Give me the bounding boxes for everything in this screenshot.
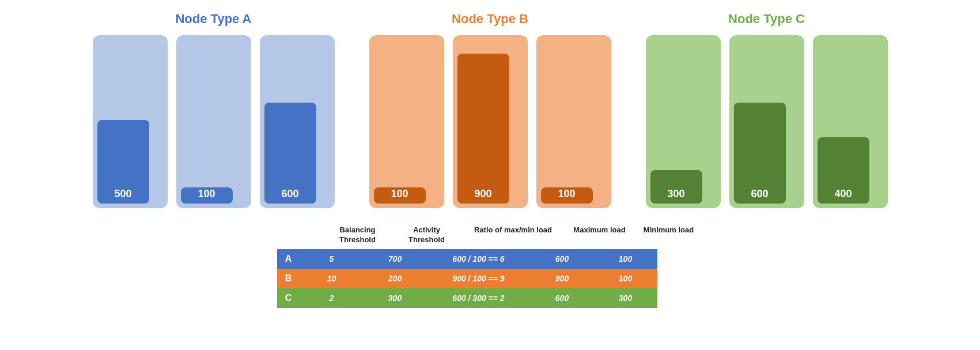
bar-label-blue-0: 500 (114, 188, 131, 200)
C-row-label: C (277, 288, 300, 308)
header-balancing: Balancing Threshold (323, 225, 392, 248)
B-minload-val: 100 (594, 269, 657, 288)
bar-wrapper-blue-2: 600 (260, 35, 335, 208)
bar-inner-blue-0: 500 (97, 120, 149, 204)
B-activity-val: 200 (364, 269, 427, 288)
bar-wrapper-green-1: 600 (729, 35, 804, 208)
B-row-label: B (277, 269, 300, 288)
bar-wrapper-green-0: 300 (646, 35, 721, 208)
bar-label-green-1: 600 (751, 188, 768, 200)
bar-wrapper-orange-2: 100 (536, 35, 611, 208)
table-container: Balancing ThresholdActivity ThresholdRat… (277, 225, 703, 308)
bar-outer-blue-2: 600 (260, 35, 335, 208)
A-minload-val: 100 (594, 249, 657, 269)
bar-label-orange-0: 100 (391, 188, 408, 200)
B-maxload-val: 900 (531, 269, 594, 288)
header-maxLoad: Maximum load (565, 225, 634, 248)
bar-inner-green-0: 300 (650, 170, 702, 204)
bar-label-green-0: 300 (667, 188, 684, 200)
C-ratio-val: 600 / 300 == 2 (427, 288, 531, 308)
data-table: A5700600 / 100 == 6600100B10200900 / 100… (277, 249, 657, 308)
A-ratio-val: 600 / 100 == 6 (427, 249, 531, 269)
bars-container-blue: 500100600 (93, 35, 335, 208)
C-maxload-val: 600 (531, 288, 594, 308)
bar-wrapper-green-2: 400 (813, 35, 888, 208)
node-group-blue: Node Type A500100600 (93, 12, 335, 208)
C-activity-val: 300 (364, 288, 427, 308)
header-activity: Activity Threshold (392, 225, 461, 248)
bar-inner-blue-2: 600 (264, 103, 316, 204)
bars-container-green: 300600400 (646, 35, 888, 208)
bar-outer-green-2: 400 (813, 35, 888, 208)
bars-container-orange: 100900100 (369, 35, 611, 208)
bar-inner-orange-0: 100 (374, 187, 426, 204)
table-row-A: A5700600 / 100 == 6600100 (277, 249, 657, 269)
bar-inner-green-1: 600 (734, 103, 786, 204)
bar-outer-blue-1: 100 (176, 35, 251, 208)
bar-inner-orange-1: 900 (457, 54, 509, 204)
bar-label-orange-1: 900 (474, 188, 491, 200)
bar-wrapper-blue-0: 500 (93, 35, 168, 208)
node-group-title-green: Node Type C (728, 12, 805, 27)
A-balancing-val: 5 (300, 249, 364, 269)
header-ratio: Ratio of max/min load (461, 225, 565, 248)
header-minLoad: Minimum load (634, 225, 703, 248)
B-ratio-val: 900 / 100 == 9 (427, 269, 531, 288)
chart-section: Node Type A500100600Node Type B100900100… (0, 12, 980, 208)
C-balancing-val: 2 (300, 288, 364, 308)
bar-label-green-2: 400 (834, 188, 852, 200)
bar-outer-orange-0: 100 (369, 35, 444, 208)
table-row-B: B10200900 / 100 == 9900100 (277, 269, 657, 288)
bar-inner-blue-1: 100 (181, 187, 233, 204)
bar-label-blue-1: 100 (198, 188, 215, 200)
node-group-orange: Node Type B100900100 (369, 12, 611, 208)
bar-label-orange-2: 100 (558, 188, 575, 200)
bar-inner-green-2: 400 (818, 137, 869, 204)
bar-label-blue-2: 600 (281, 188, 298, 200)
bar-inner-orange-2: 100 (541, 187, 593, 204)
A-activity-val: 700 (364, 249, 427, 269)
bar-outer-orange-2: 100 (536, 35, 611, 208)
B-balancing-val: 10 (300, 269, 364, 288)
A-maxload-val: 600 (531, 249, 594, 269)
bar-wrapper-orange-0: 100 (369, 35, 444, 208)
bar-outer-green-0: 300 (646, 35, 721, 208)
node-group-green: Node Type C300600400 (646, 12, 888, 208)
bar-outer-blue-0: 500 (93, 35, 168, 208)
bar-outer-orange-1: 900 (453, 35, 528, 208)
table-row-C: C2300600 / 300 == 2600300 (277, 288, 657, 308)
C-minload-val: 300 (594, 288, 657, 308)
main-container: Node Type A500100600Node Type B100900100… (0, 0, 980, 350)
bar-wrapper-orange-1: 900 (453, 35, 528, 208)
A-row-label: A (277, 249, 300, 269)
node-group-title-blue: Node Type A (175, 12, 251, 27)
table-section: Balancing ThresholdActivity ThresholdRat… (0, 225, 980, 319)
node-group-title-orange: Node Type B (452, 12, 528, 27)
bar-wrapper-blue-1: 100 (176, 35, 251, 208)
table-headers-row: Balancing ThresholdActivity ThresholdRat… (277, 225, 703, 248)
bar-outer-green-1: 600 (729, 35, 804, 208)
